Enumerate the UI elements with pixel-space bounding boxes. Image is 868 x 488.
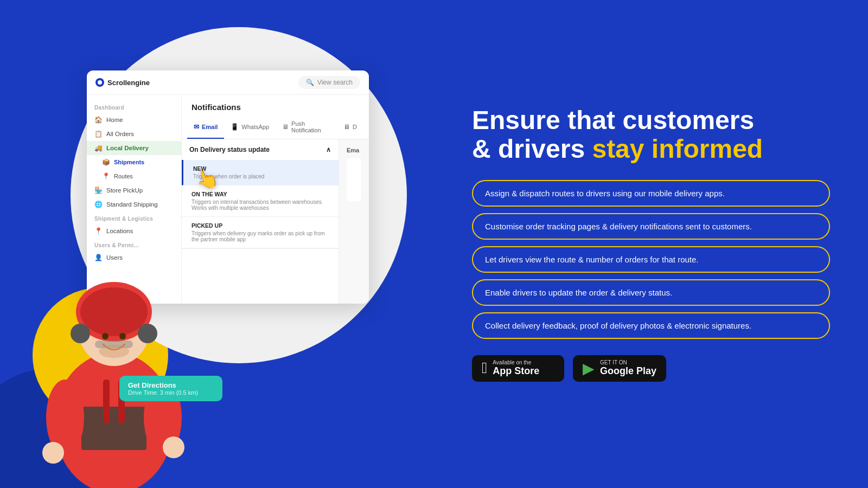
- right-panel: Ema: [339, 139, 369, 304]
- sidebar-routes-label: Routes: [114, 173, 133, 179]
- app-logo: Scrollengine: [95, 78, 150, 87]
- headline-line2: & drivers stay informed: [472, 135, 830, 164]
- left-panel: Scrollengine 🔍 View search Dashboard 🏠 H…: [0, 0, 434, 488]
- right-panel-content: [347, 158, 361, 201]
- directions-subtitle: Drive Time: 3 min (0.5 km): [128, 389, 214, 396]
- notification-tabs: ✉ Email 📱 WhatsApp 🖥 Push Notification 🖥…: [182, 116, 369, 139]
- google-badge-large: Google Play: [600, 365, 656, 377]
- svg-point-6: [71, 324, 90, 343]
- apple-badge-text: Available on the App Store: [493, 359, 539, 377]
- sidebar-item-routes[interactable]: 📍 Routes: [87, 169, 181, 183]
- store-badges:  Available on the App Store ▶ GET IT ON…: [472, 355, 830, 382]
- delivery-person-illustration: [11, 206, 217, 488]
- svg-point-15: [99, 345, 129, 358]
- logo-text: Scrollengine: [107, 79, 150, 87]
- item-status-otw: ON THE WAY: [192, 191, 331, 197]
- google-badge-small: GET IT ON: [600, 359, 656, 365]
- right-panel-marketing: Ensure that customers & drivers stay inf…: [434, 0, 868, 488]
- svg-point-13: [102, 333, 108, 339]
- email-tab-icon: ✉: [194, 123, 199, 131]
- sidebar-item-shipments[interactable]: 📦 Shipments: [87, 155, 181, 169]
- sidebar-local-delivery-label: Local Delivery: [106, 145, 149, 151]
- svg-point-7: [138, 324, 157, 343]
- tab-d-label: D: [353, 124, 357, 130]
- section-dashboard: Dashboard: [87, 100, 181, 113]
- sidebar-home-label: Home: [106, 117, 123, 123]
- sidebar-item-home[interactable]: 🏠 Home: [87, 113, 181, 127]
- feature-item-3: Let drivers view the route & number of o…: [472, 246, 830, 273]
- sidebar-store-label: Store PickUp: [106, 187, 143, 194]
- orders-icon: 📋: [94, 130, 102, 138]
- svg-rect-11: [103, 380, 110, 423]
- accordion-chevron-icon: ∧: [326, 146, 331, 153]
- apple-store-badge[interactable]:  Available on the App Store: [472, 355, 564, 382]
- tab-whatsapp-label: WhatsApp: [241, 124, 269, 130]
- features-list: Assign & dispatch routes to drivers usin…: [472, 180, 830, 339]
- google-play-icon: ▶: [583, 359, 595, 377]
- shipments-icon: 📦: [102, 158, 110, 166]
- tab-whatsapp[interactable]: 📱 WhatsApp: [224, 116, 276, 139]
- headline: Ensure that customers & drivers stay inf…: [472, 106, 830, 164]
- sidebar-orders-label: All Orders: [106, 131, 134, 137]
- apple-icon: : [482, 359, 487, 377]
- feature-item-2: Customise order tracking pages & deliver…: [472, 213, 830, 240]
- window-header: Scrollengine 🔍 View search: [87, 70, 369, 95]
- search-bar[interactable]: 🔍 View search: [298, 76, 360, 89]
- sidebar-shipments-label: Shipments: [114, 159, 144, 165]
- notifications-title: Notifications: [182, 95, 369, 116]
- svg-point-14: [119, 333, 126, 339]
- accordion-title: On Delivery status update: [189, 146, 270, 153]
- directions-title: Get Directions: [128, 381, 214, 389]
- apple-badge-small: Available on the: [493, 359, 539, 365]
- svg-point-16: [42, 442, 64, 464]
- tab-d[interactable]: 🖥 D: [337, 116, 363, 139]
- feature-item-4: Enable drivers to update the order & del…: [472, 279, 830, 306]
- svg-rect-8: [81, 407, 146, 450]
- headline-line2-highlight: stay informed: [592, 134, 763, 163]
- tab-email-label: Email: [202, 124, 218, 130]
- svg-point-17: [163, 436, 184, 458]
- routes-icon: 📍: [102, 172, 110, 180]
- sidebar-item-store-pickup[interactable]: 🏪 Store PickUp: [87, 183, 181, 197]
- right-panel-label: Ema: [347, 147, 361, 153]
- accordion-header[interactable]: On Delivery status update ∧: [182, 139, 339, 160]
- store-icon: 🏪: [94, 187, 102, 194]
- google-play-badge[interactable]: ▶ GET IT ON Google Play: [573, 355, 666, 382]
- home-icon: 🏠: [94, 116, 102, 124]
- sidebar-item-local-delivery[interactable]: 🚚 Local Delivery: [87, 141, 181, 155]
- google-badge-text: GET IT ON Google Play: [600, 359, 656, 377]
- push-tab-icon: 🖥: [282, 123, 289, 131]
- headline-line1: Ensure that customers: [472, 106, 830, 135]
- feature-item-5: Collect delivery feedback, proof of deli…: [472, 312, 830, 339]
- search-placeholder: View search: [317, 79, 353, 86]
- feature-item-1: Assign & dispatch routes to drivers usin…: [472, 180, 830, 207]
- apple-badge-large: App Store: [493, 365, 539, 377]
- directions-tooltip: Get Directions Drive Time: 3 min (0.5 km…: [119, 376, 222, 401]
- tab-email[interactable]: ✉ Email: [187, 116, 224, 139]
- search-icon: 🔍: [306, 79, 314, 86]
- whatsapp-tab-icon: 📱: [231, 123, 239, 131]
- d-tab-icon: 🖥: [343, 123, 350, 131]
- logo-icon: [95, 78, 104, 87]
- delivery-icon: 🚚: [94, 144, 102, 152]
- headline-line2-plain: & drivers: [472, 134, 592, 163]
- sidebar-item-all-orders[interactable]: 📋 All Orders: [87, 127, 181, 141]
- tab-push-label: Push Notification: [291, 120, 330, 133]
- tab-push[interactable]: 🖥 Push Notification: [276, 116, 337, 139]
- svg-point-0: [98, 80, 102, 85]
- svg-point-4: [80, 287, 148, 336]
